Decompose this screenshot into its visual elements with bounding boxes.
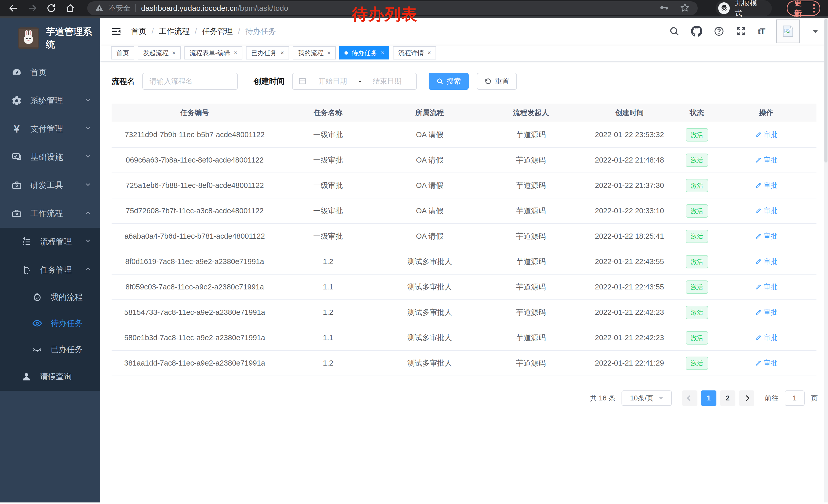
- incognito-label: 无痕模式: [734, 0, 764, 19]
- approve-link[interactable]: 审批: [755, 333, 778, 342]
- warning-icon[interactable]: [95, 3, 104, 13]
- sidebar-item-infra[interactable]: 基础设施: [0, 143, 100, 171]
- page-button-1[interactable]: 1: [701, 391, 716, 406]
- eye-closed-icon: [32, 344, 43, 355]
- tab-done-tasks[interactable]: 已办任务×: [246, 46, 289, 59]
- prev-page-button[interactable]: [682, 391, 697, 406]
- cell-name: 1.2: [278, 351, 378, 376]
- table-row: 75d72608-7b7f-11ec-a3c8-acde48001122一级审批…: [112, 198, 817, 224]
- browser-menu-icon[interactable]: [813, 4, 815, 12]
- tab-form-edit[interactable]: 流程表单-编辑×: [184, 46, 242, 59]
- cell-created: 2022-01-22 21:48:48: [581, 147, 678, 173]
- browser-reload-icon[interactable]: [46, 3, 57, 14]
- cell-actions: 审批: [716, 274, 817, 300]
- incognito-badge: 无痕模式: [716, 0, 772, 16]
- sidebar-item-devtools[interactable]: 研发工具: [0, 171, 100, 199]
- task-table: 任务编号 任务名称 所属流程 流程发起人 创建时间 状态 操作 73211d9d…: [112, 103, 819, 376]
- approve-link[interactable]: 审批: [755, 231, 778, 241]
- approve-link[interactable]: 审批: [755, 308, 778, 317]
- sidebar-item-home[interactable]: 首页: [0, 58, 100, 87]
- page-button-2[interactable]: 2: [720, 391, 735, 406]
- tab-todo-tasks[interactable]: 待办任务×: [339, 46, 389, 59]
- filter-bar: 流程名 创建时间 开始日期 - 结束日期 搜索 重置: [112, 73, 828, 90]
- approve-link[interactable]: 审批: [755, 282, 778, 291]
- close-icon[interactable]: ×: [234, 49, 237, 56]
- github-icon[interactable]: [691, 26, 702, 37]
- approve-link[interactable]: 审批: [755, 257, 778, 266]
- chevron-down-icon: [84, 152, 92, 162]
- bookmark-star-icon[interactable]: [680, 3, 690, 14]
- close-icon[interactable]: ×: [427, 49, 431, 56]
- table-row: 73211d9d-7b9b-11ec-b5b7-acde48001122一级审批…: [112, 122, 817, 147]
- create-time-label: 创建时间: [254, 76, 285, 87]
- sidebar-item-my-process[interactable]: 我的流程: [0, 284, 100, 310]
- sidebar-collapse-icon[interactable]: [111, 26, 122, 37]
- browser-back-icon[interactable]: [8, 3, 19, 14]
- sidebar-item-workflow[interactable]: 工作流程: [0, 199, 100, 228]
- browser-forward-icon[interactable]: [27, 3, 38, 14]
- sidebar-item-done-tasks[interactable]: 已办任务: [0, 336, 100, 363]
- end-date-placeholder: 结束日期: [364, 77, 411, 86]
- cell-actions: 审批: [716, 147, 817, 173]
- help-icon[interactable]: [714, 26, 724, 37]
- sidebar-item-todo-tasks[interactable]: 待办任务: [0, 310, 100, 336]
- saved-password-key-icon[interactable]: [659, 3, 668, 13]
- cell-name: 1.2: [278, 300, 378, 325]
- close-icon[interactable]: ×: [327, 49, 331, 56]
- font-size-icon[interactable]: tT: [758, 27, 765, 36]
- scrollbar[interactable]: [824, 18, 828, 502]
- sidebar-item-leave-query[interactable]: 请假查询: [0, 363, 100, 391]
- avatar-caret-icon[interactable]: [813, 30, 818, 33]
- cell-status: 激活: [678, 300, 716, 325]
- address-bar[interactable]: 不安全 dashboard.yudao.iocoder.cn/bpm/task/…: [87, 1, 698, 15]
- close-icon[interactable]: ×: [172, 49, 176, 56]
- cell-name: 1.1: [278, 274, 378, 300]
- close-icon[interactable]: ×: [381, 49, 384, 56]
- app-logo[interactable]: 芋道管理系统: [0, 18, 100, 58]
- close-icon[interactable]: ×: [280, 49, 284, 56]
- approve-link[interactable]: 审批: [755, 130, 778, 139]
- avatar[interactable]: [776, 19, 800, 43]
- next-page-button[interactable]: [739, 391, 754, 406]
- tab-home[interactable]: 首页: [111, 46, 134, 59]
- tab-process-detail[interactable]: 流程详情×: [393, 46, 436, 59]
- breadcrumb: 首页 / 工作流程 / 任务管理 / 待办任务: [131, 26, 276, 37]
- cell-starter: 芋道源码: [481, 147, 581, 173]
- sidebar-item-system[interactable]: 系统管理: [0, 87, 100, 115]
- approve-link[interactable]: 审批: [755, 155, 778, 165]
- approve-link[interactable]: 审批: [755, 358, 778, 368]
- reset-button[interactable]: 重置: [477, 73, 517, 90]
- tab-start-process[interactable]: 发起流程×: [138, 46, 181, 59]
- robot-icon: [32, 292, 43, 303]
- date-range-picker[interactable]: 开始日期 - 结束日期: [292, 73, 417, 90]
- page-size-select[interactable]: 10条/页: [622, 391, 672, 406]
- cell-status: 激活: [678, 147, 716, 173]
- cell-starter: 芋道源码: [481, 274, 581, 300]
- process-name-input[interactable]: [142, 73, 238, 90]
- breadcrumb-workflow[interactable]: 工作流程: [159, 26, 190, 37]
- tab-my-process[interactable]: 我的流程×: [293, 46, 336, 59]
- range-separator: -: [359, 77, 361, 85]
- search-icon[interactable]: [669, 26, 680, 37]
- sidebar-item-task-mgmt[interactable]: 任务管理: [0, 256, 100, 284]
- cell-name: 一级审批: [278, 198, 378, 224]
- cell-created: 2022-01-21 22:42:23: [581, 325, 678, 351]
- workflow-submenu: 流程管理 任务管理 我的流程: [0, 228, 100, 391]
- approve-link[interactable]: 审批: [755, 206, 778, 215]
- breadcrumb-home[interactable]: 首页: [131, 26, 147, 37]
- approve-link[interactable]: 审批: [755, 181, 778, 190]
- cell-actions: 审批: [716, 122, 817, 147]
- cell-process: OA 请假: [378, 224, 481, 249]
- security-label[interactable]: 不安全: [109, 3, 130, 13]
- search-button[interactable]: 搜索: [429, 73, 469, 90]
- sidebar-item-process-mgmt[interactable]: 流程管理: [0, 228, 100, 256]
- sidebar-item-payment[interactable]: ¥ 支付管理: [0, 115, 100, 143]
- sidebar: 芋道管理系统 首页 系统管理 ¥ 支付管理: [0, 18, 100, 502]
- browser-home-icon[interactable]: [65, 3, 76, 14]
- goto-page-input[interactable]: [785, 391, 805, 406]
- breadcrumb-task-mgmt[interactable]: 任务管理: [202, 26, 233, 37]
- url-text[interactable]: dashboard.yudao.iocoder.cn/bpm/task/todo: [141, 4, 288, 12]
- fullscreen-icon[interactable]: [736, 26, 746, 37]
- update-button[interactable]: 更新: [787, 1, 820, 16]
- chevron-down-icon: [84, 124, 92, 134]
